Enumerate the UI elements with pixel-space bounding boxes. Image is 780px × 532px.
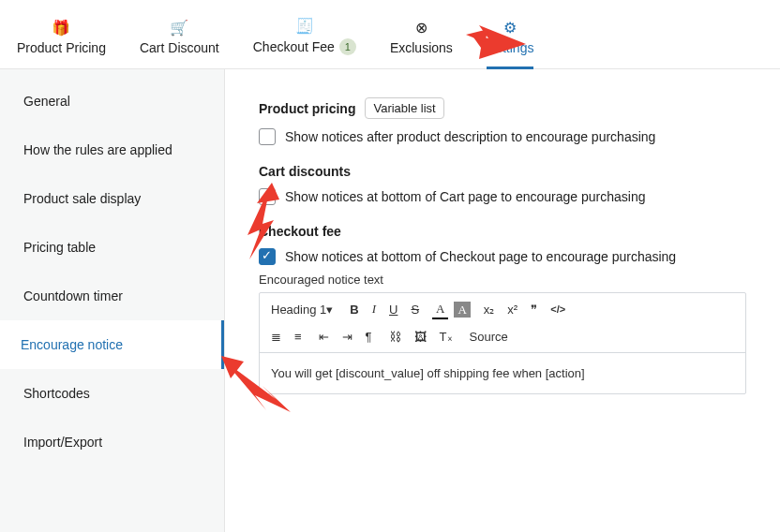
- sidebar-item-label: How the rules are applied: [23, 142, 172, 157]
- exclusions-icon: ⊗: [415, 19, 428, 37]
- underline-button[interactable]: U: [385, 300, 401, 319]
- checkbox-product-notice[interactable]: [259, 128, 276, 145]
- sidebar-item-shortcodes[interactable]: Shortcodes: [0, 369, 224, 418]
- section-title: Product pricing: [259, 101, 355, 116]
- unordered-list-button[interactable]: ≡: [291, 327, 306, 347]
- checkbox-cart-notice[interactable]: [259, 188, 276, 205]
- link-button[interactable]: ⛓: [385, 327, 405, 347]
- bold-button[interactable]: B: [346, 300, 362, 319]
- sidebar-item-label: Encourage notice: [21, 337, 123, 352]
- section-title: Checkout fee: [259, 224, 341, 239]
- italic-button[interactable]: I: [368, 299, 380, 319]
- editor-body[interactable]: You will get [discount_value] off shippi…: [260, 353, 745, 393]
- superscript-button[interactable]: x²: [503, 300, 521, 319]
- sidebar-item-label: Shortcodes: [23, 386, 90, 401]
- sidebar-item-countdown[interactable]: Countdown timer: [0, 272, 224, 320]
- indent-button[interactable]: ⇥: [338, 327, 356, 347]
- section-checkout-fee: Checkout fee Show notices at bottom of C…: [259, 224, 746, 394]
- source-button[interactable]: Source: [466, 327, 512, 347]
- tab-product-pricing[interactable]: 🎁 Product Pricing: [0, 11, 123, 68]
- checkbox-checkout-notice[interactable]: [259, 248, 276, 265]
- editor-label: Encouraged notice text: [259, 273, 746, 287]
- rich-text-editor: Heading 1 ▾ B I U S A A x₂ x²: [259, 292, 746, 394]
- tab-cart-discount[interactable]: 🛒 Cart Discount: [123, 11, 236, 68]
- checkbox-label: Show notices at bottom of Checkout page …: [285, 249, 676, 264]
- checkbox-label: Show notices after product description t…: [285, 129, 655, 144]
- image-button[interactable]: 🖼: [411, 327, 430, 347]
- cart-icon: 🛒: [170, 19, 188, 37]
- sidebar-item-label: Pricing table: [23, 240, 96, 255]
- strike-button[interactable]: S: [407, 300, 423, 319]
- ordered-list-button[interactable]: ≣: [267, 327, 285, 347]
- outdent-button[interactable]: ⇤: [315, 327, 333, 347]
- sidebar-item-general[interactable]: General: [0, 77, 224, 126]
- tab-label: Exclusions: [390, 40, 453, 55]
- gear-icon: ⚙: [503, 19, 517, 37]
- paragraph-button[interactable]: ¶: [362, 327, 376, 347]
- tab-label: Cart Discount: [140, 40, 219, 55]
- sidebar-item-label: Product sale display: [23, 191, 141, 206]
- code-button[interactable]: </>: [547, 301, 569, 318]
- tab-label: Checkout Fee: [253, 39, 335, 54]
- sidebar-item-import-export[interactable]: Import/Export: [0, 418, 224, 466]
- tab-settings[interactable]: ⚙ Settings: [470, 11, 551, 68]
- editor-toolbar: Heading 1 ▾ B I U S A A x₂ x²: [260, 293, 745, 353]
- settings-main: Product pricing Variable list Show notic…: [225, 69, 780, 532]
- quote-button[interactable]: ❞: [527, 300, 541, 319]
- receipt-icon: 🧾: [295, 17, 314, 35]
- bg-color-button[interactable]: A: [454, 302, 470, 318]
- heading-select[interactable]: Heading 1 ▾: [267, 300, 337, 319]
- sidebar-item-pricing-table[interactable]: Pricing table: [0, 223, 224, 272]
- sidebar-item-label: General: [23, 94, 70, 109]
- tab-exclusions[interactable]: ⊗ Exclusions: [373, 11, 470, 68]
- settings-sidebar: General How the rules are applied Produc…: [0, 69, 225, 532]
- sidebar-item-rules[interactable]: How the rules are applied: [0, 126, 224, 174]
- sidebar-item-sale-display[interactable]: Product sale display: [0, 174, 224, 223]
- tab-label: Settings: [487, 40, 534, 55]
- variable-list-chip[interactable]: Variable list: [365, 97, 443, 119]
- sidebar-item-label: Countdown timer: [23, 288, 123, 303]
- section-product-pricing: Product pricing Variable list Show notic…: [259, 97, 746, 145]
- clear-format-button[interactable]: Tₓ: [436, 327, 457, 347]
- checkbox-label: Show notices at bottom of Cart page to e…: [285, 189, 645, 204]
- section-title: Cart discounts: [259, 164, 351, 179]
- sidebar-item-encourage[interactable]: Encourage notice: [0, 320, 224, 369]
- gift-icon: 🎁: [52, 19, 70, 37]
- tab-label: Product Pricing: [17, 40, 106, 55]
- text-color-button[interactable]: A: [432, 300, 448, 319]
- sidebar-item-label: Import/Export: [23, 435, 102, 450]
- heading-label: Heading 1: [271, 303, 326, 317]
- subscript-button[interactable]: x₂: [480, 300, 499, 319]
- section-cart-discounts: Cart discounts Show notices at bottom of…: [259, 164, 746, 205]
- tab-checkout-fee[interactable]: 🧾 Checkout Fee 1: [236, 9, 373, 68]
- badge-count: 1: [339, 38, 356, 55]
- top-tabbar: 🎁 Product Pricing 🛒 Cart Discount 🧾 Chec…: [0, 0, 780, 69]
